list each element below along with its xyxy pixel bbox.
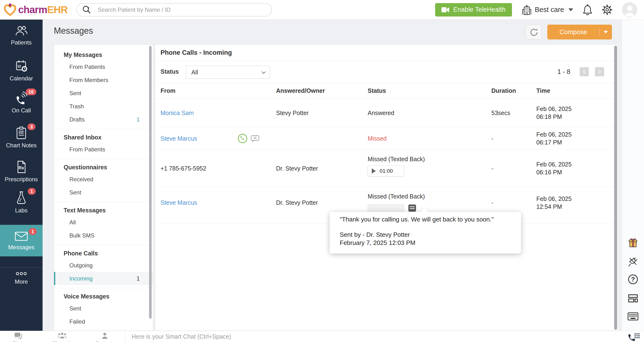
channels-icon — [58, 332, 67, 339]
divider — [54, 202, 153, 202]
section-title: Shared Inbox — [64, 134, 153, 141]
telehealth-label: Enable TeleHealth — [453, 6, 506, 14]
calendar-icon: 12 — [14, 60, 28, 73]
folder-sent[interactable]: Sent — [54, 86, 153, 100]
gift-icon[interactable] — [628, 238, 638, 248]
folder-bulk-sms[interactable]: Bulk SMS — [54, 229, 153, 242]
layout-widgets-icon[interactable] — [628, 294, 638, 303]
divider — [54, 288, 153, 288]
sidebar-item-chart-notes[interactable]: CC 3 Chart Notes — [0, 126, 42, 149]
smart-chat-placeholder: Here is your Smart Chat (Ctrl+Space) — [132, 333, 231, 340]
chevron-right-icon — [597, 70, 601, 74]
pagination-range: 1 - 8 — [558, 68, 570, 76]
help-icon[interactable]: ? — [628, 274, 638, 284]
svg-text:CC: CC — [19, 131, 24, 135]
table-scrollbar[interactable] — [614, 46, 617, 330]
sidebar-item-labs[interactable]: 1 Labs — [0, 191, 42, 214]
status-cell: Answered — [368, 109, 394, 116]
incoming-count: 1 — [136, 272, 140, 285]
contacts-button[interactable]: Contacts — [89, 331, 120, 342]
message-folders-panel: My Messages From Patients From Members S… — [54, 44, 153, 331]
folder-calls-outgoing[interactable]: Outgoing — [54, 259, 153, 272]
search-icon[interactable] — [82, 4, 92, 15]
section-title: Questionnaires — [64, 164, 153, 171]
prescriptions-icon: Rx — [16, 160, 27, 174]
phone-dialer-icon[interactable] — [627, 332, 640, 342]
refresh-button[interactable] — [526, 25, 542, 40]
call-back-icon[interactable] — [238, 134, 247, 143]
text-message-icon[interactable] — [408, 204, 416, 212]
chart-notes-icon: CC 3 — [15, 126, 27, 140]
compose-button[interactable]: Compose — [547, 25, 612, 40]
folder-from-members[interactable]: From Members — [54, 74, 153, 86]
patient-search[interactable] — [76, 3, 272, 16]
practice-name: Best care — [535, 6, 564, 14]
caller-link[interactable]: Monica Sam — [160, 109, 194, 116]
caller-link[interactable]: Steve Marcus — [160, 135, 197, 142]
compose-dropdown-button[interactable] — [600, 31, 612, 34]
folder-trash[interactable]: Trash — [54, 100, 153, 113]
next-page-button[interactable] — [595, 67, 604, 76]
smart-chat-input[interactable]: Here is your Smart Chat (Ctrl+Space) — [129, 331, 488, 342]
chats-button[interactable]: Chats — [3, 331, 34, 342]
channels-button[interactable]: Channels — [47, 331, 78, 342]
incoming-calls-panel: Phone Calls - Incoming Status All 1 - 8 … — [155, 44, 618, 331]
folder-from-patients[interactable]: From Patients — [54, 60, 153, 74]
folder-questionnaires-received[interactable]: Received — [54, 173, 153, 186]
user-avatar[interactable] — [622, 2, 637, 18]
enable-telehealth-button[interactable]: Enable TeleHealth — [435, 3, 512, 16]
panel-title: Phone Calls - Incoming — [160, 49, 232, 56]
text-message-icon[interactable] — [250, 134, 260, 143]
duration-cell: 53secs — [491, 109, 510, 116]
sidebar-item-calendar[interactable]: 12 Calendar — [0, 60, 42, 82]
search-input[interactable] — [98, 6, 251, 13]
sidebar-divider — [0, 268, 42, 268]
sidebar-item-more[interactable]: More — [0, 271, 42, 285]
caller-number: +1 785-675-5952 — [160, 165, 206, 172]
tooltip-sent-by: Sent by - Dr. Stevy Potter — [340, 230, 512, 239]
status-cell: Missed — [368, 135, 386, 142]
sidebar-item-on-call[interactable]: 16 On Call — [0, 91, 42, 114]
sidebar-item-patients[interactable]: Patients — [0, 25, 42, 46]
table-row: Monica Sam Stevy Potter Answered 53secs … — [155, 98, 618, 127]
settings-gear-icon[interactable] — [602, 4, 612, 15]
tooltip-date: February 7, 2025 12:03 PM — [340, 239, 512, 247]
owner-cell: Dr. Stevy Potter — [276, 199, 318, 206]
practice-selector[interactable]: Best care — [522, 4, 574, 16]
previous-page-button[interactable] — [580, 67, 589, 76]
messages-badge: 1 — [29, 228, 36, 235]
sidebar-label: Patients — [0, 39, 42, 46]
folder-voice-failed[interactable]: Failed — [54, 315, 153, 328]
folder-voice-sent[interactable]: Sent — [54, 302, 153, 315]
column-status: Status — [368, 87, 386, 94]
folder-drafts[interactable]: Drafts1 — [54, 113, 153, 126]
integrations-plug-icon[interactable] — [628, 256, 638, 268]
voicemail-player[interactable]: 01:00 — [368, 166, 404, 176]
section-title: Text Messages — [64, 207, 153, 214]
section-title: My Messages — [64, 52, 153, 58]
time-cell: Feb 06, 202506:18 PM — [536, 105, 572, 121]
duration-cell: - — [491, 135, 493, 142]
chevron-left-icon — [583, 70, 586, 74]
folder-text-all[interactable]: All — [54, 216, 153, 229]
table-row: Steve Marcus Missed - Feb 06, 202506:17 … — [155, 127, 618, 150]
folder-calls-incoming[interactable]: Incoming1 — [54, 272, 153, 285]
folder-shared-from-patients[interactable]: From Patients — [54, 143, 153, 156]
contacts-label: Contacts — [89, 340, 120, 342]
page-title: Messages — [54, 26, 93, 36]
labs-badge: 1 — [28, 188, 36, 195]
keyboard-icon[interactable] — [628, 312, 638, 320]
folders-scrollbar[interactable] — [149, 46, 152, 318]
sidebar-item-prescriptions[interactable]: Rx Prescriptions — [0, 160, 42, 183]
question-mark: ? — [631, 276, 635, 283]
folder-questionnaires-sent[interactable]: Sent — [54, 186, 153, 199]
tooltip-message: "Thank you for calling us. We will get b… — [340, 215, 512, 224]
status-filter-select[interactable]: All — [186, 66, 270, 79]
panel-header: Phone Calls - Incoming — [155, 45, 618, 61]
caller-link[interactable]: Steve Marcus — [160, 199, 197, 206]
notifications-bell-icon[interactable] — [583, 4, 592, 15]
sidebar-item-messages[interactable]: 1 Messages — [0, 225, 42, 256]
sidebar-label: Messages — [0, 244, 42, 251]
video-camera-icon — [441, 7, 450, 13]
time-cell: Feb 06, 202512:54 PM — [536, 195, 572, 211]
